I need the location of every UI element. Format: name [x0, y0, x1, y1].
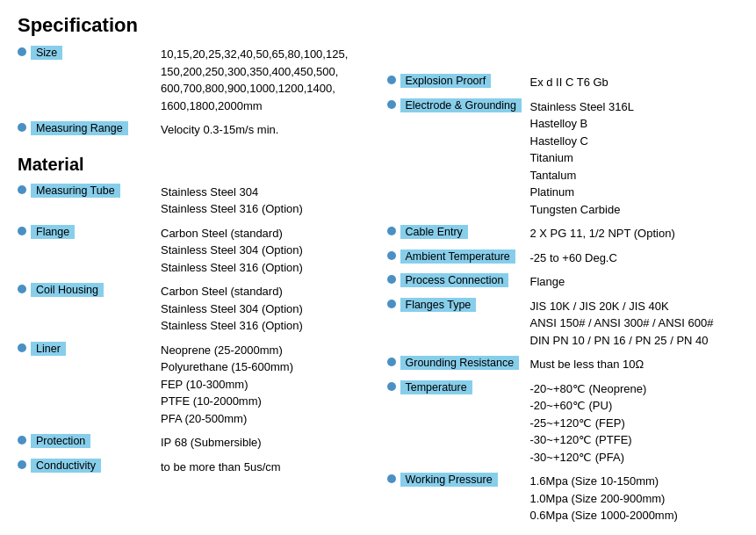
bullet-icon: [18, 227, 26, 235]
spec-value: Velocity 0.3-15m/s min.: [154, 121, 370, 139]
spec-value: Ex d II C T6 Gb: [523, 74, 739, 91]
spec-value: -25 to +60 Deg.C: [523, 249, 739, 267]
spec-value: to be more than 5us/cm: [154, 459, 370, 476]
spec-value: Carbon Steel (standard) Stainless Steel …: [154, 283, 370, 335]
spec-label: Temperature: [400, 380, 472, 394]
spec-label-wrap: Explosion Proorf: [387, 74, 523, 88]
spec-label: Protection: [31, 434, 90, 448]
bullet-icon: [18, 460, 26, 469]
spec-row: Coil HousingCarbon Steel (standard) Stai…: [18, 283, 370, 335]
bullet-icon: [18, 285, 26, 293]
spec-row: Grounding ResistanceMust be less than 10…: [387, 356, 739, 373]
bullet-icon: [18, 343, 26, 352]
spec-row: FlangeCarbon Steel (standard) Stainless …: [18, 225, 370, 277]
spec-label-wrap: Working Pressure: [387, 473, 523, 487]
spec-label-wrap: Temperature: [387, 380, 523, 394]
spec-value: Must be less than 10Ω: [523, 356, 739, 373]
spec-label: Coil Housing: [31, 283, 104, 297]
spec-value: 2 X PG 11, 1/2 NPT (Option): [523, 225, 739, 242]
bullet-icon: [387, 300, 396, 308]
spec-label-wrap: Coil Housing: [18, 283, 154, 297]
spec-value: Carbon Steel (standard) Stainless Steel …: [154, 225, 370, 277]
spec-label-wrap: Flanges Type: [387, 298, 523, 312]
spec-label: Electrode & Grounding: [400, 98, 522, 112]
spec-label: Grounding Resistance: [400, 356, 520, 370]
spec-row: Flanges TypeJIS 10K / JIS 20K / JIS 40K …: [387, 298, 739, 350]
left-column: Size10,15,20,25,32,40,50,65,80,100,125, …: [18, 46, 370, 531]
spec-label: Process Connection: [400, 273, 509, 287]
spec-label: Size: [31, 46, 62, 60]
spec-row: Measuring RangeVelocity 0.3-15m/s min.: [18, 121, 370, 139]
spec-value: Stainless Steel 316L Hastelloy B Hastell…: [523, 98, 739, 219]
spec-row: Temperature-20~+80℃ (Neoprene) -20~+60℃ …: [387, 380, 739, 466]
spec-value: Stainless Steel 304 Stainless Steel 316 …: [154, 184, 370, 218]
spec-label: Conductivity: [31, 459, 101, 473]
spec-row: Conductivityto be more than 5us/cm: [18, 459, 370, 476]
spec-row: ProtectionIP 68 (Submersible): [18, 434, 370, 452]
bullet-icon: [387, 251, 396, 260]
spec-row: Cable Entry2 X PG 11, 1/2 NPT (Option): [387, 225, 739, 242]
spec-label: Cable Entry: [400, 225, 468, 239]
bullet-icon: [18, 436, 26, 445]
bullet-icon: [387, 382, 396, 391]
spec-value: 10,15,20,25,32,40,50,65,80,100,125, 150,…: [154, 46, 370, 114]
bullet-icon: [18, 123, 26, 132]
bullet-icon: [387, 100, 396, 109]
spec-label: Liner: [31, 342, 66, 356]
bullet-icon: [387, 227, 396, 235]
spec-row: Electrode & GroundingStainless Steel 316…: [387, 98, 739, 219]
spec-value: -20~+80℃ (Neoprene) -20~+60℃ (PU) -25~+1…: [523, 380, 739, 466]
spec-label: Measuring Tube: [31, 184, 120, 198]
spec-label-wrap: Electrode & Grounding: [387, 98, 523, 112]
spec-row: Ambient Temperature-25 to +60 Deg.C: [387, 249, 739, 267]
bullet-icon: [18, 47, 26, 56]
bullet-icon: [18, 185, 26, 194]
material-title: Material: [18, 155, 370, 175]
page-title: Specification: [18, 14, 738, 37]
spec-label: Flanges Type: [400, 298, 477, 312]
spec-value: Flange: [523, 273, 739, 291]
spec-label: Explosion Proorf: [400, 74, 492, 88]
spec-label-wrap: Measuring Tube: [18, 184, 154, 198]
spec-label-wrap: Conductivity: [18, 459, 154, 473]
bullet-icon: [387, 76, 396, 84]
right-column: Explosion ProorfEx d II C T6 GbElectrode…: [387, 46, 739, 531]
spec-label-wrap: Size: [18, 46, 154, 60]
bullet-icon: [387, 358, 396, 366]
spec-label-wrap: Flange: [18, 225, 154, 239]
spec-label-wrap: Grounding Resistance: [387, 356, 523, 370]
spec-label-wrap: Process Connection: [387, 273, 523, 287]
spec-label: Flange: [31, 225, 75, 239]
spec-row: Measuring TubeStainless Steel 304 Stainl…: [18, 184, 370, 218]
spec-label: Measuring Range: [31, 121, 128, 135]
spec-row: Explosion ProorfEx d II C T6 Gb: [387, 74, 739, 91]
spec-value: Neoprene (25-2000mm) Polyurethane (15-60…: [154, 342, 370, 428]
spec-label-wrap: Liner: [18, 342, 154, 356]
spec-value: 1.6Mpa (Size 10-150mm) 1.0Mpa (Size 200-…: [523, 473, 739, 524]
bullet-icon: [387, 275, 396, 284]
spec-value: IP 68 (Submersible): [154, 434, 370, 452]
spec-row: Size10,15,20,25,32,40,50,65,80,100,125, …: [18, 46, 370, 114]
spec-row: LinerNeoprene (25-2000mm) Polyurethane (…: [18, 342, 370, 428]
spec-row: Process ConnectionFlange: [387, 273, 739, 291]
spec-label: Working Pressure: [400, 473, 498, 487]
spec-label-wrap: Cable Entry: [387, 225, 523, 239]
spec-label-wrap: Protection: [18, 434, 154, 448]
spec-label-wrap: Ambient Temperature: [387, 249, 523, 264]
spec-value: JIS 10K / JIS 20K / JIS 40K ANSI 150# / …: [523, 298, 739, 350]
spec-label: Ambient Temperature: [400, 249, 515, 264]
bullet-icon: [387, 474, 396, 483]
spec-label-wrap: Measuring Range: [18, 121, 154, 135]
spec-row: Working Pressure1.6Mpa (Size 10-150mm) 1…: [387, 473, 739, 524]
